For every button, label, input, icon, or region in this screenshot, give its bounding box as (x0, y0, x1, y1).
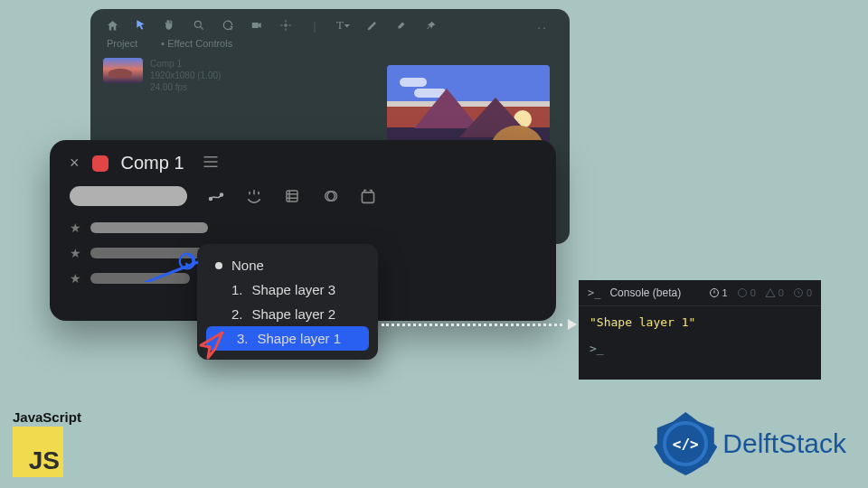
flow-arrow (382, 324, 571, 325)
motion-blur-icon[interactable] (321, 187, 339, 205)
info-badge[interactable]: 0 (737, 287, 756, 298)
star-icon[interactable]: ★ (70, 246, 81, 260)
ae-toolbar: | T⏷ (90, 9, 570, 38)
pen-tool-icon[interactable] (365, 18, 380, 33)
close-icon[interactable]: × (70, 154, 80, 173)
comp-fps: 24.00 fps (150, 81, 221, 93)
dropdown-idx: 3. (237, 331, 249, 346)
tab-effect-controls[interactable]: ▪ Effect Controls (161, 38, 232, 49)
svg-rect-5 (287, 191, 297, 202)
timeline-header: × Comp 1 (50, 140, 556, 183)
graph-editor-icon[interactable] (207, 187, 225, 205)
comp-meta: Comp 1 1920x1080 (1.00) 24.00 fps (150, 58, 221, 93)
console-output: "Shape layer 1" (579, 306, 821, 338)
draft-3d-icon[interactable] (359, 187, 377, 205)
dropdown-label: Shape layer 1 (258, 331, 342, 346)
layer-row[interactable]: ★ (50, 215, 556, 240)
anchor-tool-icon[interactable] (278, 18, 293, 33)
search-input[interactable] (70, 186, 187, 206)
time-badge[interactable]: 0 (793, 287, 812, 298)
overflow-icon[interactable]: ·· (537, 20, 548, 34)
hamburger-icon[interactable] (203, 155, 219, 172)
comp-dims: 1920x1080 (1.00) (150, 70, 221, 81)
javascript-label: JavaScript (13, 409, 81, 425)
tab-project[interactable]: Project (107, 38, 137, 49)
zoom-tool-icon[interactable] (192, 18, 206, 33)
brush-tool-icon[interactable] (394, 18, 409, 33)
svg-point-2 (285, 24, 287, 26)
dropdown-item-selected[interactable]: 3. Shape layer 1 (206, 326, 369, 351)
layer-name-bar (90, 222, 208, 233)
svg-rect-8 (362, 192, 373, 202)
hand-tool-icon[interactable] (163, 18, 177, 33)
timeline-title: Comp 1 (121, 153, 184, 174)
dropdown-idx: 2. (231, 306, 243, 322)
star-icon[interactable]: ★ (70, 271, 81, 286)
text-tool-icon[interactable]: T⏷ (336, 18, 351, 33)
js-icon: JS (13, 427, 63, 477)
camera-tool-icon[interactable] (250, 18, 264, 33)
dropdown-item[interactable]: 1. Shape layer 3 (201, 277, 374, 302)
svg-point-3 (210, 198, 212, 201)
arrowhead-icon (568, 319, 577, 330)
console-header: >_ Console (beta) 1 0 0 0 (579, 280, 821, 306)
timeline-toolbar (50, 183, 556, 215)
dropdown-label: Shape layer 3 (252, 282, 336, 297)
star-icon[interactable]: ★ (70, 221, 81, 235)
svg-point-11 (738, 289, 746, 297)
comp-name: Comp 1 (150, 58, 221, 70)
console-panel: >_ Console (beta) 1 0 0 0 "Shape layer 1… (579, 280, 821, 380)
dropdown-item-none[interactable]: None (201, 253, 374, 277)
comp-color-chip (92, 155, 108, 172)
pin-tool-icon[interactable] (423, 18, 438, 33)
svg-point-4 (221, 193, 223, 196)
ae-tabs: Project ▪ Effect Controls (90, 38, 570, 54)
delftstack-name: DelftStack (722, 428, 846, 459)
divider: | (307, 18, 322, 33)
javascript-logo: JavaScript JS (13, 409, 81, 477)
dropdown-label: Shape layer 2 (252, 306, 336, 322)
rotate-tool-icon[interactable] (221, 18, 235, 33)
dropdown-label: None (231, 258, 264, 273)
selection-tool-icon[interactable] (134, 18, 148, 33)
link-line (140, 260, 203, 282)
console-prompt[interactable]: >_ (579, 338, 821, 359)
shy-icon[interactable] (245, 187, 263, 205)
console-title: Console (beta) (609, 286, 681, 299)
error-badge[interactable]: 1 (709, 287, 728, 298)
dropdown-item[interactable]: 2. Shape layer 2 (201, 302, 374, 326)
warn-badge[interactable]: 0 (765, 287, 784, 298)
delftstack-badge-icon: </> (654, 412, 717, 475)
prompt-icon: >_ (588, 286, 600, 299)
delftstack-logo: </> DelftStack (654, 412, 846, 475)
frame-blend-icon[interactable] (283, 187, 301, 205)
dropdown-idx: 1. (231, 282, 243, 297)
comp-thumbnail[interactable] (103, 58, 143, 83)
svg-point-0 (194, 21, 201, 27)
svg-rect-1 (252, 23, 259, 28)
bullet-icon (215, 262, 222, 269)
cursor-pointer-icon (195, 329, 228, 361)
home-icon[interactable] (105, 18, 119, 33)
